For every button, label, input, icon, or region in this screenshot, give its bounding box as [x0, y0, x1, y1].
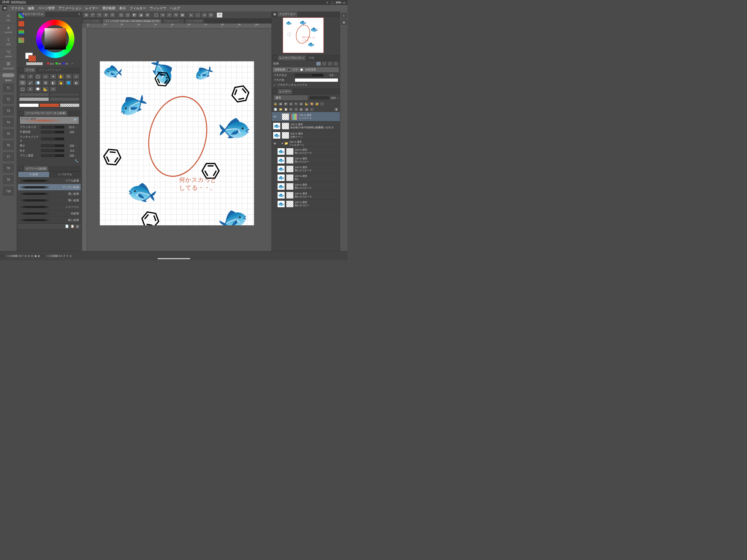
duplicate-icon[interactable]: 📋	[71, 225, 74, 228]
grip-icon[interactable]: ⋮	[20, 167, 22, 170]
fg-color-swatch[interactable]	[28, 55, 36, 62]
rail-T9[interactable]: T9	[2, 175, 15, 185]
effect-border-icon[interactable]	[316, 61, 321, 66]
deco-tool-icon[interactable]: ✿	[42, 80, 49, 85]
esc-key[interactable]: ⎋esc	[0, 11, 17, 24]
perspective-icon[interactable]: ⊡	[208, 12, 214, 18]
grip-icon[interactable]: ⋮	[274, 56, 276, 59]
option-key[interactable]: ⌥option	[0, 48, 17, 59]
reselect-icon[interactable]: ◪	[138, 12, 144, 18]
layer-item[interactable]: 👁100 % 通常レイヤー 3	[272, 112, 340, 121]
canvas-viewport[interactable]: 0102030405060708090100 🐟 🐟 🐟 🐟 🐟 🐟 🐟 ⌬ ⌬…	[82, 24, 272, 260]
rotate-ccw-icon[interactable]: ↺	[63, 255, 66, 257]
menu-編集[interactable]: 編集	[28, 6, 34, 11]
zoom-out-icon[interactable]: ⊖	[25, 255, 27, 257]
mixer-icon[interactable]	[18, 37, 25, 43]
menu-ウィンドウ[interactable]: ウィンドウ	[150, 6, 166, 11]
slider-icon[interactable]	[18, 29, 25, 35]
subtool-item[interactable]: 色鉛筆	[18, 210, 81, 217]
help-icon[interactable]: ?	[216, 12, 223, 18]
clip-icon[interactable]: ◩	[283, 102, 288, 106]
ref-icon[interactable]: ◈	[288, 102, 293, 106]
actual-icon[interactable]: ▣	[34, 255, 37, 257]
layer-item[interactable]: 👁🐟100 % 通常魚2 のコピー	[272, 200, 340, 208]
expand-icon[interactable]: ⊕	[145, 12, 150, 18]
panel-icon[interactable]: ▤	[341, 20, 346, 25]
slider[interactable]	[41, 126, 64, 128]
redo-icon[interactable]: ↷	[96, 12, 102, 18]
grip-icon[interactable]: ⋮	[20, 111, 22, 114]
chevron-icon[interactable]: ›	[337, 96, 338, 100]
document-tab[interactable]: コミック112* (100.00 x 100.00mm 600dpi 53.7%…	[102, 19, 162, 24]
lock-icon[interactable]: 🔒	[273, 102, 278, 106]
quick-access-tab[interactable]: クイックアクセス	[39, 68, 61, 72]
rotate-tool-icon[interactable]: ↻	[65, 74, 72, 79]
opacity-slider[interactable]	[310, 97, 329, 99]
scale-icon[interactable]: ⤢	[166, 12, 172, 18]
menu-表示[interactable]: 表示	[119, 6, 126, 11]
visibility-icon[interactable]: 👁	[273, 115, 277, 119]
layer-item[interactable]: 👁🐟100 % 通常お魚トーン	[272, 131, 340, 140]
draft-icon[interactable]: ✎	[294, 102, 299, 106]
navigator-thumbnail[interactable]: 🐟 🐟 🐟 ⌬ 🐟 何かスカっとしてる	[283, 18, 324, 53]
slider[interactable]	[41, 144, 64, 147]
zoom-slider[interactable]	[1, 255, 18, 257]
select-icon[interactable]: ◫	[118, 12, 124, 18]
lock-all-icon[interactable]: 🔐	[314, 102, 319, 106]
layer-item[interactable]: 👁🐟100 % 通常結合後(※途中失敗時は破棄願います) 2	[272, 121, 340, 131]
refresh-icon[interactable]: ⟳	[71, 62, 74, 65]
rail-T2[interactable]: T2	[2, 94, 15, 104]
fill-tool-icon[interactable]: 🪣	[65, 80, 72, 85]
grip-icon[interactable]: ⋮	[274, 90, 276, 93]
chevron-icon[interactable]: ›	[76, 154, 79, 157]
measure-icon[interactable]: ⊿	[201, 12, 207, 18]
subtool-item[interactable]: シャーペン	[18, 204, 81, 210]
color-sv-square[interactable]	[45, 28, 66, 50]
color-panel-title[interactable]: カラーサークル	[23, 12, 45, 17]
undo-icon[interactable]: ↶	[90, 12, 96, 18]
subtool-item[interactable]: デッサン鉛筆	[18, 184, 81, 190]
merge-icon[interactable]: ⬇	[288, 107, 293, 111]
color-mark-icon[interactable]: 🎨	[309, 102, 314, 106]
layer-item[interactable]: 👁🐟100 % 通常魚2 のコピー 2	[272, 182, 340, 191]
tone-icon[interactable]: ▦	[179, 12, 185, 18]
magnify-tool-icon[interactable]: ⊙	[19, 74, 26, 79]
apply-mask-icon[interactable]: ◨	[304, 107, 309, 111]
border-color-swatch[interactable]	[295, 78, 338, 82]
rotate-cw-icon[interactable]: ↻	[67, 255, 69, 257]
balloon-tool-icon[interactable]: 💬	[34, 86, 41, 92]
chevron-icon[interactable]: ›	[76, 126, 79, 129]
lock-pixel-icon[interactable]: ▦	[278, 102, 283, 106]
layer-item[interactable]: 👁🐟100 % 通常魚1 のコピー 2	[272, 164, 340, 173]
chevron-icon[interactable]: ›	[76, 131, 79, 134]
tool-panel-title[interactable]: ツール	[24, 68, 35, 73]
subtool-tab[interactable]: ▱ パステル	[50, 172, 81, 177]
slider[interactable]	[41, 137, 64, 140]
trash-icon[interactable]: 🗑	[334, 107, 339, 111]
new-icon[interactable]: 📄	[65, 225, 69, 228]
layer-prop-title[interactable]: レイヤープロパティ	[278, 55, 306, 60]
info-tab[interactable]: 情報	[309, 56, 314, 60]
ruler-lock-icon[interactable]: 📐	[304, 102, 309, 106]
effect-color-icon[interactable]	[328, 61, 333, 66]
new-layer-icon[interactable]: 📄	[273, 107, 278, 111]
shift-key[interactable]: ⇧shift	[0, 35, 17, 48]
ruler-icon[interactable]: ⟋	[195, 12, 201, 18]
checkbox-icon[interactable]: ✓	[274, 84, 276, 87]
marquee-tool-icon[interactable]: ▭	[42, 74, 49, 79]
rotate-icon[interactable]: ⟲	[173, 12, 179, 18]
trash-icon[interactable]: 🗑	[76, 225, 79, 228]
lasso-tool-icon[interactable]: ◯	[34, 74, 41, 79]
rail-T7[interactable]: T7	[2, 152, 15, 162]
visibility-icon[interactable]: 👁	[273, 142, 277, 146]
blend-tool-icon[interactable]: 👆	[57, 80, 64, 85]
zoom-in-icon[interactable]: ⊕	[28, 255, 30, 257]
more-icon[interactable]: ⋯	[319, 102, 325, 106]
subtool-item[interactable]: 粗い鉛筆	[18, 217, 81, 223]
rail-T5[interactable]: T5	[2, 128, 15, 139]
collapse-icon[interactable]: »	[341, 13, 346, 18]
thickness-slider[interactable]	[295, 74, 324, 77]
deselect-icon[interactable]: ◻	[125, 12, 131, 18]
eyedrop-tool-icon[interactable]: ⤢	[73, 74, 80, 79]
wrench-icon[interactable]: 🔧	[75, 159, 78, 162]
